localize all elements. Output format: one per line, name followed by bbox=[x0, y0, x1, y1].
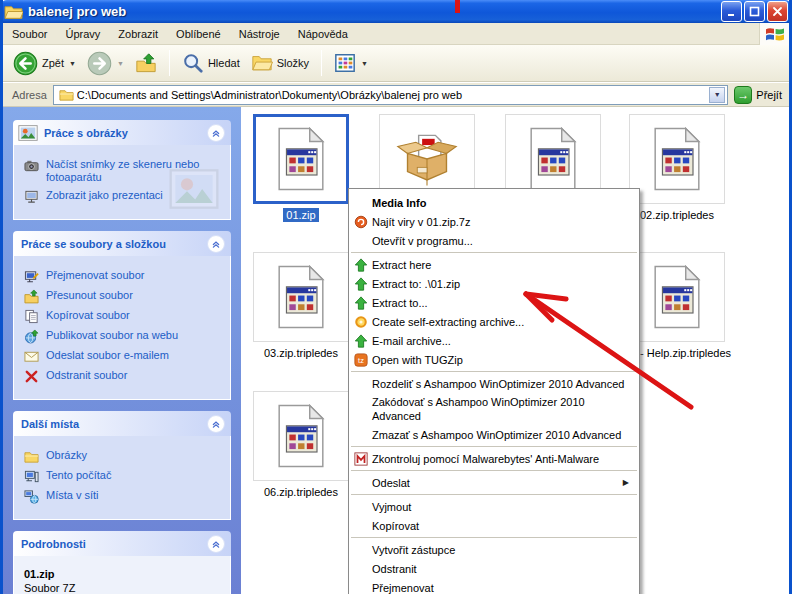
zip-document bbox=[650, 127, 704, 191]
menubar-item[interactable]: Soubor bbox=[3, 25, 56, 43]
chevron-up-icon bbox=[210, 418, 222, 430]
task-link[interactable]: Přesunout soubor bbox=[46, 289, 133, 302]
back-dropdown-caret[interactable]: ▼ bbox=[69, 60, 76, 67]
context-menu-icon-slot bbox=[354, 402, 372, 417]
file-thumbnail[interactable] bbox=[253, 391, 349, 481]
windows-logo-icon bbox=[759, 23, 789, 45]
folders-button[interactable]: Složky bbox=[247, 50, 313, 76]
task-pane-sidebar: Práce s obrázkyNačíst snímky ze skeneru … bbox=[3, 107, 241, 594]
extract-icon bbox=[354, 258, 368, 272]
panel-header[interactable]: Podrobnosti bbox=[13, 531, 231, 556]
forward-icon bbox=[87, 51, 112, 76]
panel-collapse-button[interactable] bbox=[207, 235, 225, 253]
context-menu-item[interactable]: Najít viry v 01.zip.7z bbox=[351, 212, 637, 231]
context-menu-item[interactable]: Přejmenovat bbox=[351, 578, 637, 594]
task-link[interactable]: Zobrazit jako prezentaci bbox=[46, 189, 163, 202]
context-menu-item[interactable]: Kopírovat bbox=[351, 516, 637, 535]
menubar-item[interactable]: Úpravy bbox=[56, 25, 109, 43]
context-menu-item[interactable]: Open with TUGZip bbox=[351, 350, 637, 369]
file-label[interactable]: 06.zip.tripledes bbox=[253, 486, 349, 498]
panel-title: Podrobnosti bbox=[21, 538, 207, 550]
context-menu-item[interactable]: Vyjmout bbox=[351, 497, 637, 516]
file-item[interactable]: - Help.zip.tripledes bbox=[629, 252, 725, 359]
task-item[interactable]: Přejmenovat soubor bbox=[24, 269, 224, 284]
panel-collapse-button[interactable] bbox=[207, 124, 225, 142]
forward-dropdown-caret[interactable]: ▼ bbox=[117, 60, 124, 67]
context-menu-item-label: Create self-extracting archive... bbox=[372, 315, 629, 329]
title-bar: balenej pro web bbox=[0, 0, 792, 23]
file-label[interactable]: 01.zip bbox=[253, 209, 349, 221]
context-menu-item-label: Kopírovat bbox=[372, 519, 629, 533]
address-dropdown-button[interactable]: ▼ bbox=[709, 87, 725, 103]
file-thumbnail[interactable] bbox=[629, 114, 725, 204]
context-menu-item-label: Zakódovať s Ashampoo WinOptimizer 2010 A… bbox=[372, 395, 629, 423]
context-menu-item[interactable]: Odeslat▶ bbox=[351, 473, 637, 492]
context-menu-item[interactable]: Extract here bbox=[351, 255, 637, 274]
context-menu-item[interactable]: Extract to: .\01.zip bbox=[351, 274, 637, 293]
file-thumbnail[interactable] bbox=[253, 252, 349, 342]
views-button[interactable]: ▼ bbox=[330, 50, 372, 76]
context-menu-item[interactable]: Vytvořit zástupce bbox=[351, 540, 637, 559]
up-button[interactable] bbox=[131, 50, 161, 76]
file-item[interactable]: 06.zip.tripledes bbox=[253, 391, 349, 498]
chevron-up-icon bbox=[210, 538, 222, 550]
panel-collapse-button[interactable] bbox=[207, 415, 225, 433]
context-menu-item[interactable]: Create self-extracting archive... bbox=[351, 312, 637, 331]
task-item[interactable]: Přesunout soubor bbox=[24, 289, 224, 304]
folders-icon bbox=[251, 52, 273, 74]
file-item[interactable]: 01.zip bbox=[253, 114, 349, 221]
menubar-item[interactable]: Zobrazit bbox=[109, 25, 167, 43]
task-link[interactable]: Tento počítač bbox=[46, 469, 111, 482]
task-link[interactable]: Místa v síti bbox=[46, 489, 99, 502]
task-item[interactable]: Místa v síti bbox=[24, 489, 224, 504]
file-thumbnail[interactable] bbox=[629, 252, 725, 342]
context-menu-item[interactable]: Zkontroluj pomocí Malwarebytes' Anti-Mal… bbox=[351, 449, 637, 468]
context-menu-item[interactable]: Rozdeliť s Ashampoo WinOptimizer 2010 Ad… bbox=[351, 374, 637, 393]
panel-collapse-button[interactable] bbox=[207, 535, 225, 553]
context-menu-item[interactable]: Extract to... bbox=[351, 293, 637, 312]
task-link[interactable]: Odstranit soubor bbox=[46, 369, 127, 382]
context-menu-item[interactable]: Odstranit bbox=[351, 559, 637, 578]
task-item[interactable]: Odeslat soubor e-mailem bbox=[24, 349, 224, 364]
task-item[interactable]: Publikovat soubor na webu bbox=[24, 329, 224, 344]
panel-header[interactable]: Další místa bbox=[13, 411, 231, 436]
file-thumbnail[interactable] bbox=[253, 114, 349, 204]
file-label[interactable]: - Help.zip.tripledes bbox=[640, 347, 725, 359]
go-button[interactable]: → Přejít bbox=[734, 86, 786, 104]
task-item[interactable]: Tento počítač bbox=[24, 469, 224, 484]
task-item[interactable]: Odstranit soubor bbox=[24, 369, 224, 384]
context-menu-item-label: Vyjmout bbox=[372, 500, 629, 514]
context-menu-item[interactable]: Zmazať s Ashampoo WinOptimizer 2010 Adva… bbox=[351, 425, 637, 444]
task-link[interactable]: Odeslat soubor e-mailem bbox=[46, 349, 169, 362]
task-link[interactable]: Obrázky bbox=[46, 449, 87, 462]
context-menu-item[interactable]: Zakódovať s Ashampoo WinOptimizer 2010 A… bbox=[351, 393, 637, 425]
views-dropdown-caret[interactable]: ▼ bbox=[361, 60, 368, 67]
panel-header[interactable]: Práce se soubory a složkou bbox=[13, 231, 231, 256]
file-label[interactable]: 02.zip.tripledes bbox=[629, 209, 725, 221]
task-link[interactable]: Kopírovat soubor bbox=[46, 309, 130, 322]
file-item[interactable]: 03.zip.tripledes bbox=[253, 252, 349, 359]
task-item[interactable]: Obrázky bbox=[24, 449, 224, 464]
menubar-item[interactable]: Nástroje bbox=[230, 25, 289, 43]
close-button[interactable] bbox=[767, 1, 788, 22]
file-label-text: 03.zip.tripledes bbox=[264, 347, 338, 359]
context-menu-item[interactable]: E-mail archive... bbox=[351, 331, 637, 350]
task-link[interactable]: Publikovat soubor na webu bbox=[46, 329, 178, 342]
back-button[interactable]: Zpět ▼ bbox=[9, 49, 80, 78]
address-label: Adresa bbox=[6, 89, 53, 101]
task-item[interactable]: Kopírovat soubor bbox=[24, 309, 224, 324]
forward-button[interactable]: ▼ bbox=[83, 49, 128, 78]
go-arrow-icon: → bbox=[734, 86, 752, 104]
panel-header[interactable]: Práce s obrázky bbox=[13, 120, 231, 145]
maximize-button[interactable] bbox=[744, 1, 765, 22]
search-button[interactable]: Hledat bbox=[178, 50, 244, 76]
menubar-item[interactable]: Oblíbené bbox=[167, 25, 230, 43]
context-menu-item[interactable]: Media Info bbox=[351, 193, 637, 212]
minimize-button[interactable] bbox=[721, 1, 742, 22]
menubar-item[interactable]: Nápověda bbox=[289, 25, 357, 43]
context-menu-item[interactable]: Otevřít v programu... bbox=[351, 231, 637, 250]
address-input[interactable]: C:\Documents and Settings\Administrator\… bbox=[53, 85, 728, 105]
file-label[interactable]: 03.zip.tripledes bbox=[253, 347, 349, 359]
task-link[interactable]: Přejmenovat soubor bbox=[46, 269, 144, 282]
file-item[interactable]: 02.zip.tripledes bbox=[629, 114, 725, 221]
